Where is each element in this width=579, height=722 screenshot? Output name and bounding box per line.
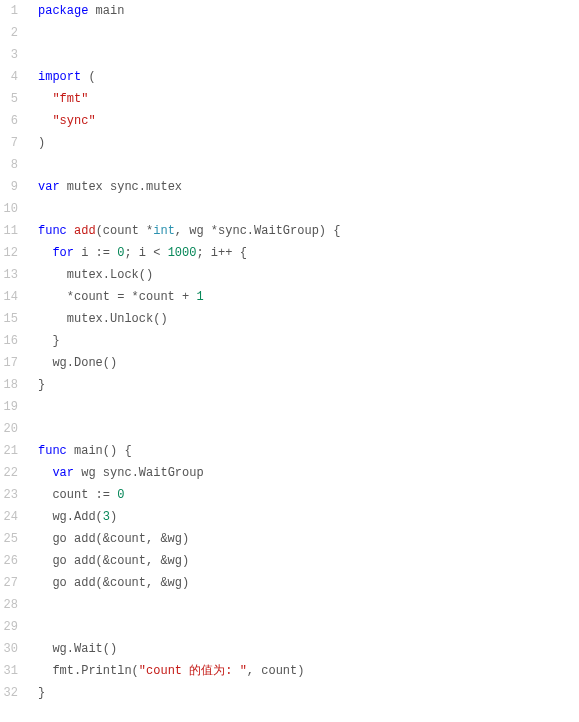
code-token: fmt.Println( [38,664,139,678]
code-line [38,22,579,44]
code-line: count := 0 [38,484,579,506]
line-number: 19 [0,396,22,418]
code-token: import [38,70,81,84]
code-token [38,92,52,106]
code-token: count := [38,488,117,502]
code-token: ) [110,510,117,524]
line-number: 3 [0,44,22,66]
code-token: for [52,246,74,260]
code-token: package [38,4,88,18]
code-token: main [88,4,124,18]
code-line: wg.Wait() [38,638,579,660]
line-number: 20 [0,418,22,440]
line-number: 4 [0,66,22,88]
line-number: 11 [0,220,22,242]
line-number: 1 [0,0,22,22]
code-token: go add(&count, &wg) [38,554,189,568]
code-line: package main [38,0,579,22]
code-line: for i := 0; i < 1000; i++ { [38,242,579,264]
code-token: "count 的值为: " [139,664,247,678]
line-number: 21 [0,440,22,462]
code-body: package mainimport ( "fmt" "sync")var mu… [30,0,579,704]
code-line [38,594,579,616]
line-number: 31 [0,660,22,682]
code-line: import ( [38,66,579,88]
code-token: 1000 [168,246,197,260]
code-token: } [38,378,45,392]
code-token: go add(&count, &wg) [38,532,189,546]
code-line: go add(&count, &wg) [38,572,579,594]
code-line: var wg sync.WaitGroup [38,462,579,484]
code-token [67,224,74,238]
code-line: go add(&count, &wg) [38,528,579,550]
line-number: 10 [0,198,22,220]
code-token: mutex.Unlock() [38,312,168,326]
code-token: add [74,224,96,238]
line-number: 16 [0,330,22,352]
code-token [38,246,52,260]
code-line: "sync" [38,110,579,132]
code-token: main() { [67,444,132,458]
code-token: , count) [247,664,305,678]
code-line: fmt.Println("count 的值为: ", count) [38,660,579,682]
code-token [38,114,52,128]
line-number: 14 [0,286,22,308]
code-token: ( [81,70,95,84]
line-number: 25 [0,528,22,550]
line-number: 9 [0,176,22,198]
code-token: var [52,466,74,480]
code-token: func [38,444,67,458]
line-number: 28 [0,594,22,616]
code-token: 1 [196,290,203,304]
code-line: } [38,374,579,396]
code-line: wg.Add(3) [38,506,579,528]
code-token: "fmt" [52,92,88,106]
line-number: 30 [0,638,22,660]
code-token: (count * [96,224,154,238]
code-line: func add(count *int, wg *sync.WaitGroup)… [38,220,579,242]
code-token: wg.Wait() [38,642,117,656]
code-token: func [38,224,67,238]
code-token: mutex sync.mutex [60,180,182,194]
code-line: } [38,682,579,704]
code-token: i := [74,246,117,260]
code-line [38,154,579,176]
code-line: } [38,330,579,352]
code-token: , wg *sync.WaitGroup) { [175,224,341,238]
line-number-gutter: 1234567891011121314151617181920212223242… [0,0,30,704]
code-token: } [38,686,45,700]
code-line: wg.Done() [38,352,579,374]
line-number: 23 [0,484,22,506]
code-token: 0 [117,488,124,502]
line-number: 13 [0,264,22,286]
code-token: go add(&count, &wg) [38,576,189,590]
code-line: mutex.Lock() [38,264,579,286]
code-line: "fmt" [38,88,579,110]
code-token: ; i < [124,246,167,260]
code-line [38,396,579,418]
code-line [38,418,579,440]
code-token: mutex.Lock() [38,268,153,282]
line-number: 24 [0,506,22,528]
code-token: wg.Done() [38,356,117,370]
code-line [38,44,579,66]
code-token: ; i++ { [196,246,246,260]
line-number: 6 [0,110,22,132]
code-token [38,466,52,480]
code-line: mutex.Unlock() [38,308,579,330]
code-token: 3 [103,510,110,524]
code-line: func main() { [38,440,579,462]
code-token: "sync" [52,114,95,128]
line-number: 7 [0,132,22,154]
code-line: *count = *count + 1 [38,286,579,308]
code-line: var mutex sync.mutex [38,176,579,198]
line-number: 18 [0,374,22,396]
code-line [38,198,579,220]
line-number: 2 [0,22,22,44]
line-number: 27 [0,572,22,594]
line-number: 29 [0,616,22,638]
line-number: 8 [0,154,22,176]
code-token: *count = *count + [38,290,196,304]
code-line [38,616,579,638]
line-number: 15 [0,308,22,330]
